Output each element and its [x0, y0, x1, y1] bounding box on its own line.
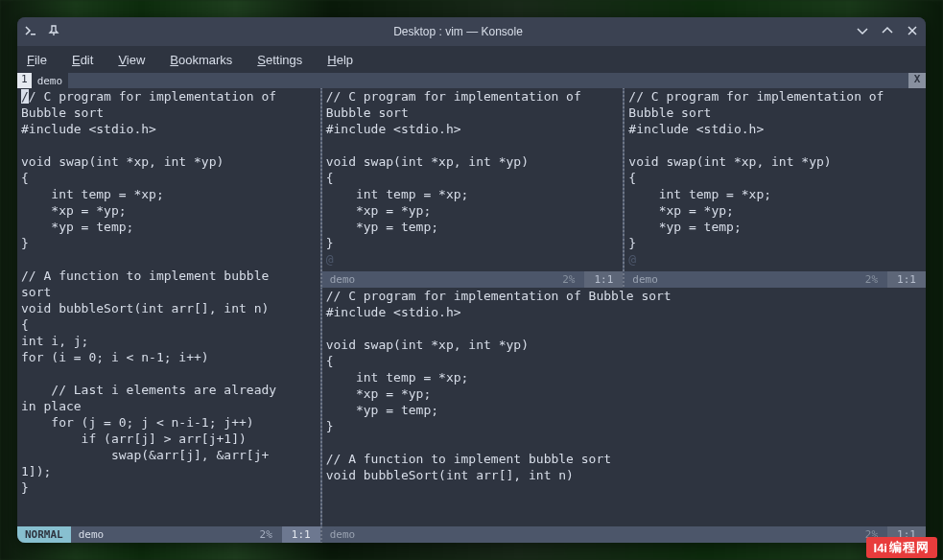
menu-edit[interactable]: Edit — [72, 53, 93, 67]
close-icon[interactable] — [907, 25, 918, 39]
buffer-name: demo — [322, 526, 856, 543]
buffer-name: demo — [322, 271, 554, 288]
minimize-icon[interactable] — [857, 25, 868, 39]
app-menu-icon[interactable] — [25, 25, 36, 39]
statusline-top-right: demo 2% 1:1 — [625, 271, 926, 288]
menu-bookmarks[interactable]: Bookmarks — [170, 53, 232, 67]
menu-settings[interactable]: Settings — [257, 53, 302, 67]
titlebar-left — [25, 25, 59, 39]
scroll-percent: 2% — [250, 526, 282, 543]
code-left: // C program for implementation of Bubbl… — [21, 88, 320, 496]
svg-rect-0 — [31, 34, 35, 35]
tab-close-icon[interactable]: X — [908, 73, 926, 88]
scroll-percent: 2% — [553, 271, 584, 288]
terminal-area[interactable]: // C program for implementation of Bubbl… — [17, 88, 926, 543]
titlebar[interactable]: Desktop : vim — Konsole — [17, 17, 926, 46]
code-top-right: // C program for implementation of Bubbl… — [628, 88, 926, 251]
pane-top-right[interactable]: // C program for implementation of Bubbl… — [623, 88, 926, 288]
watermark-icon: I4i — [874, 541, 887, 555]
tab-number[interactable]: 1 — [17, 73, 32, 88]
scroll-percent: 2% — [856, 271, 887, 288]
tab-current[interactable]: demo — [32, 73, 69, 88]
statusline-active: NORMAL demo 2% 1:1 — [17, 526, 320, 543]
menu-file[interactable]: File — [27, 53, 47, 67]
statusline-top-middle: demo 2% 1:1 — [322, 271, 624, 288]
cursor-position: 1:1 — [282, 526, 320, 543]
cursor-position: 1:1 — [584, 271, 623, 288]
window-controls — [857, 25, 918, 39]
cursor-position: 1:1 — [887, 271, 926, 288]
buffer-name: demo — [71, 526, 250, 543]
window-title: Desktop : vim — Konsole — [59, 25, 857, 38]
pane-bottom[interactable]: // C program for implementation of Bubbl… — [320, 288, 926, 543]
pin-icon[interactable] — [48, 25, 59, 39]
cursor: / — [21, 89, 29, 104]
menu-help[interactable]: Help — [327, 53, 353, 67]
code-left-rest: / C program for implementation of Bubble… — [21, 89, 276, 495]
menubar: File Edit View Bookmarks Settings Help — [17, 46, 926, 73]
pane-top-middle[interactable]: // C program for implementation of Bubbl… — [320, 88, 624, 288]
code-top-middle: // C program for implementation of Bubbl… — [326, 88, 624, 251]
watermark-text: 编程网 — [889, 539, 930, 556]
eob-marker: @ — [628, 251, 926, 268]
tabbar-spacer — [68, 73, 908, 88]
konsole-window: Desktop : vim — Konsole File Edit View B… — [17, 17, 926, 543]
code-bottom: // C program for implementation of Bubbl… — [326, 288, 926, 483]
pane-left[interactable]: // C program for implementation of Bubbl… — [17, 88, 320, 543]
buffer-name: demo — [625, 271, 856, 288]
watermark: I4i 编程网 — [866, 537, 937, 558]
maximize-icon[interactable] — [882, 25, 893, 39]
menu-view[interactable]: View — [118, 53, 145, 67]
vim-tabbar: 1 demo X — [17, 73, 926, 88]
statusline-bottom: demo 2% 1:1 — [322, 526, 926, 543]
eob-marker: @ — [326, 251, 624, 268]
mode-indicator: NORMAL — [17, 526, 71, 543]
